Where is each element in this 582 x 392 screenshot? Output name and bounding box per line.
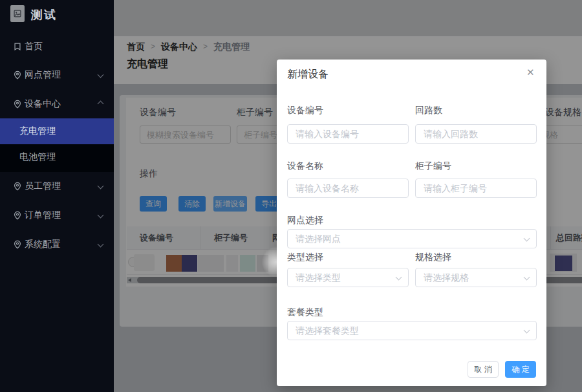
- field-label-cabinet-no: 柜子编号: [415, 160, 451, 172]
- package-select[interactable]: 请选择套餐类型: [287, 321, 537, 340]
- modal-title: 新增设备: [287, 68, 329, 82]
- device-no-input[interactable]: [287, 124, 409, 144]
- chevron-down-icon: [524, 274, 530, 281]
- loop-count-input[interactable]: [415, 124, 537, 144]
- chevron-up-icon: [98, 101, 104, 107]
- type-select-placeholder: 请选择类型: [296, 272, 341, 284]
- spec-select-placeholder: 请选择规格: [424, 272, 469, 284]
- field-label-type: 类型选择: [287, 252, 323, 263]
- location-pin-icon: [13, 240, 22, 249]
- package-select-placeholder: 请选择套餐类型: [296, 325, 359, 337]
- sidebar-item-label: 首页: [25, 41, 43, 52]
- confirm-button[interactable]: 确 定: [505, 361, 536, 378]
- close-icon[interactable]: ✕: [526, 67, 535, 78]
- sidebar-item-order-management[interactable]: 订单管理: [0, 202, 114, 228]
- sidebar-item-label: 系统配置: [25, 239, 61, 250]
- cancel-button[interactable]: 取 消: [468, 361, 499, 378]
- field-label-spec: 规格选择: [415, 252, 451, 263]
- location-pin-icon: [13, 211, 22, 220]
- field-label-package: 套餐类型: [287, 307, 323, 318]
- app-title: 测试: [31, 7, 57, 23]
- chevron-down-icon: [98, 183, 104, 190]
- field-label-device-no: 设备编号: [287, 105, 323, 116]
- sidebar-item-home[interactable]: 首页: [0, 34, 114, 60]
- chevron-down-icon: [98, 241, 104, 248]
- site-select-placeholder: 请选择网点: [296, 234, 341, 245]
- cabinet-no-input[interactable]: [415, 179, 537, 198]
- sidebar: 测试 首页 网点管理 设备中心 充电管理 电池管理: [0, 0, 114, 392]
- location-pin-icon: [13, 71, 22, 80]
- field-label-device-name: 设备名称: [287, 160, 323, 172]
- chevron-down-icon: [396, 274, 402, 281]
- chevron-down-icon: [524, 327, 530, 334]
- sidebar-item-label: 网点管理: [25, 69, 61, 81]
- sidebar-item-staff-management[interactable]: 员工管理: [0, 173, 114, 199]
- sidebar-item-device-center[interactable]: 设备中心: [0, 91, 114, 117]
- sidebar-item-label: 设备中心: [25, 98, 61, 110]
- sidebar-subitem-label: 充电管理: [19, 125, 56, 137]
- location-pin-icon: [13, 182, 22, 191]
- app-window: 测试 首页 网点管理 设备中心 充电管理 电池管理: [0, 0, 582, 392]
- modal-edge-glow: [262, 246, 277, 278]
- add-device-modal: 新增设备 ✕ 设备编号 回路数 设备名称 柜子编号 网点选择 请选择网点 类型选…: [277, 60, 546, 386]
- sidebar-subitem-charging-management[interactable]: 充电管理: [0, 118, 114, 144]
- device-name-input[interactable]: [287, 179, 409, 198]
- logo-image-placeholder: [10, 5, 25, 22]
- field-label-site: 网点选择: [287, 215, 323, 226]
- location-pin-icon: [13, 100, 22, 109]
- sidebar-item-label: 订单管理: [25, 210, 61, 221]
- sidebar-item-system-config[interactable]: 系统配置: [0, 232, 114, 257]
- site-select[interactable]: 请选择网点: [287, 229, 537, 248]
- chevron-down-icon: [98, 72, 104, 78]
- chevron-down-icon: [524, 235, 530, 242]
- spec-select[interactable]: 请选择规格: [415, 268, 537, 287]
- home-icon: [13, 42, 22, 51]
- type-select[interactable]: 请选择类型: [287, 268, 409, 287]
- sidebar-item-label: 员工管理: [25, 180, 61, 192]
- chevron-down-icon: [98, 212, 104, 219]
- field-label-loop-count: 回路数: [415, 105, 442, 116]
- sidebar-item-site-management[interactable]: 网点管理: [0, 62, 114, 88]
- image-placeholder-icon: [14, 10, 21, 17]
- sidebar-subitem-battery-management[interactable]: 电池管理: [0, 144, 114, 172]
- sidebar-subitem-label: 电池管理: [19, 151, 56, 163]
